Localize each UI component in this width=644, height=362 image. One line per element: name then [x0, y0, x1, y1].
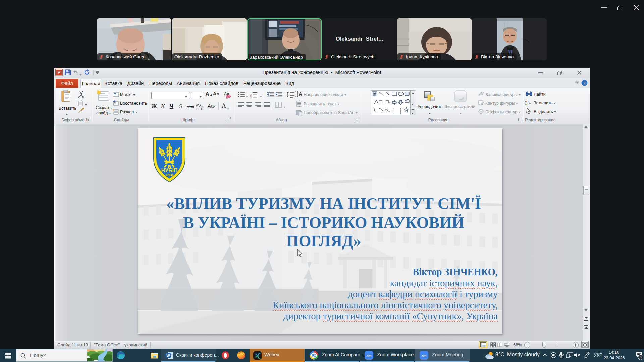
svg-text:1898: 1898 [166, 173, 173, 177]
svg-text:zm: zm [366, 354, 372, 358]
svg-text:НУБІП: НУБІП [161, 168, 178, 173]
svg-text:ac: ac [525, 103, 528, 105]
svg-text:W: W [167, 354, 170, 358]
svg-text:3: 3 [250, 96, 252, 98]
svg-text:?: ? [583, 80, 586, 85]
svg-text:1: 1 [250, 91, 252, 94]
svg-text:A: A [299, 91, 302, 97]
svg-text:zm: zm [421, 354, 427, 358]
svg-text:2: 2 [250, 94, 252, 96]
